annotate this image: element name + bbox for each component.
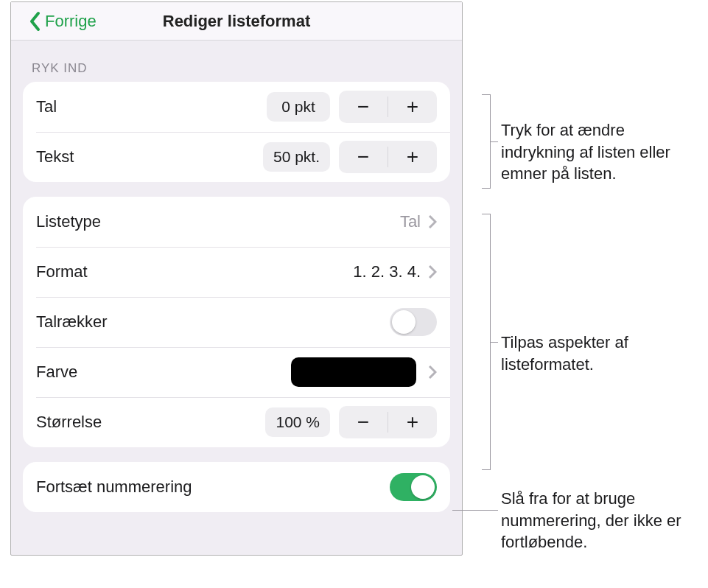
bracket-indent <box>482 94 491 189</box>
toggle-knob <box>392 310 416 334</box>
listtype-label: Listetype <box>36 212 101 231</box>
format-label: Format <box>36 262 88 281</box>
number-indent-decrease[interactable]: − <box>339 91 388 123</box>
row-listtype[interactable]: Listetype Tal <box>23 197 450 247</box>
row-size: Størrelse 100 % − + <box>23 397 450 447</box>
callout-lead <box>452 510 498 511</box>
color-label: Farve <box>36 363 77 382</box>
size-increase[interactable]: + <box>388 406 437 438</box>
format-value: 1. 2. 3. 4. <box>353 262 421 281</box>
text-indent-decrease[interactable]: − <box>339 141 388 173</box>
row-text-indent: Tekst 50 pkt. − + <box>23 132 450 182</box>
section-heading-indent: RYK IND <box>23 41 450 82</box>
number-indent-value[interactable]: 0 pkt <box>267 92 330 122</box>
continue-toggle[interactable] <box>390 473 437 501</box>
row-number-indent: Tal 0 pkt − + <box>23 82 450 132</box>
chevron-right-icon <box>428 265 437 279</box>
panel-header: Forrige Rediger listeformat <box>11 2 462 41</box>
listtype-value: Tal <box>400 212 421 231</box>
number-indent-increase[interactable]: + <box>388 91 437 123</box>
indent-card: Tal 0 pkt − + Tekst 50 pkt. − + <box>23 82 450 182</box>
row-continue: Fortsæt nummerering <box>23 462 450 512</box>
chevron-right-icon <box>428 365 437 379</box>
text-indent-value[interactable]: 50 pkt. <box>263 142 330 172</box>
format-card: Listetype Tal Format 1. 2. 3. 4. Talrækk… <box>23 197 450 447</box>
callout-indent: Tryk for at ændre indrykning af listen e… <box>501 119 700 185</box>
settings-panel: Forrige Rediger listeformat RYK IND Tal … <box>10 1 463 556</box>
callout-lead <box>491 141 498 142</box>
row-color[interactable]: Farve <box>23 347 450 397</box>
text-indent-stepper: − + <box>339 141 437 173</box>
back-button[interactable]: Forrige <box>29 2 97 41</box>
size-stepper: − + <box>339 406 437 438</box>
tiers-label: Talrækker <box>36 312 108 332</box>
row-format[interactable]: Format 1. 2. 3. 4. <box>23 247 450 297</box>
toggle-knob <box>411 475 435 499</box>
chevron-right-icon <box>428 214 437 229</box>
size-decrease[interactable]: − <box>339 406 388 438</box>
callout-format: Tilpas aspekter af listeformatet. <box>501 332 693 375</box>
bracket-format <box>482 214 491 470</box>
text-indent-label: Tekst <box>36 147 74 167</box>
text-indent-increase[interactable]: + <box>388 141 437 173</box>
page-title: Rediger listeformat <box>163 12 311 31</box>
callout-lead <box>491 342 498 343</box>
tiers-toggle[interactable] <box>390 308 437 336</box>
size-label: Størrelse <box>36 413 102 432</box>
callout-continue: Slå fra for at bruge nummerering, der ik… <box>501 488 700 553</box>
back-label: Forrige <box>45 12 97 31</box>
continue-label: Fortsæt nummerering <box>36 477 192 497</box>
number-indent-stepper: − + <box>339 91 437 123</box>
chevron-left-icon <box>29 11 42 32</box>
number-indent-label: Tal <box>36 97 57 116</box>
color-swatch <box>291 357 416 387</box>
continue-card: Fortsæt nummerering <box>23 462 450 512</box>
size-value[interactable]: 100 % <box>265 407 330 437</box>
row-tiers: Talrækker <box>23 297 450 347</box>
